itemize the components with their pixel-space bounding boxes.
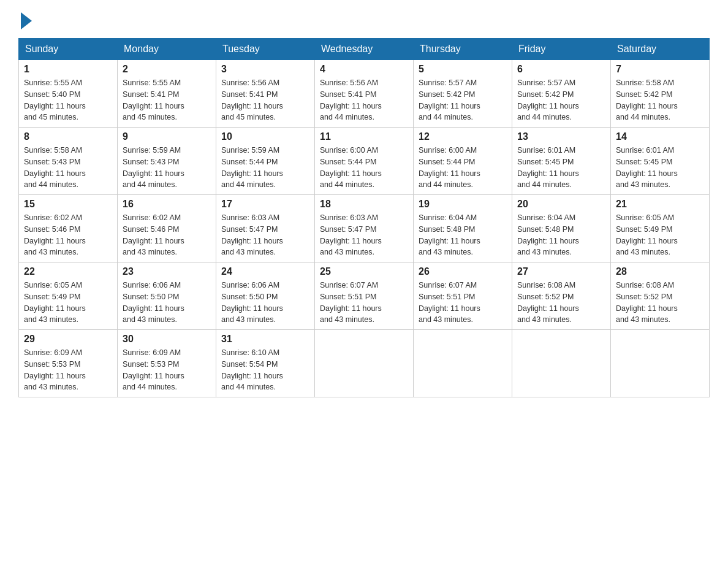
day-info: Sunrise: 6:05 AM Sunset: 5:49 PM Dayligh…: [24, 280, 112, 326]
day-cell: 19 Sunrise: 6:04 AM Sunset: 5:48 PM Dayl…: [414, 195, 512, 262]
day-cell: 24 Sunrise: 6:06 AM Sunset: 5:50 PM Dayl…: [216, 262, 315, 330]
day-cell: 21 Sunrise: 6:05 AM Sunset: 5:49 PM Dayl…: [611, 195, 710, 262]
day-info: Sunrise: 6:09 AM Sunset: 5:53 PM Dayligh…: [123, 347, 211, 393]
day-info: Sunrise: 5:58 AM Sunset: 5:42 PM Dayligh…: [616, 77, 704, 123]
day-info: Sunrise: 6:02 AM Sunset: 5:46 PM Dayligh…: [24, 212, 112, 258]
day-cell: 30 Sunrise: 6:09 AM Sunset: 5:53 PM Dayl…: [118, 330, 216, 397]
day-cell: 28 Sunrise: 6:08 AM Sunset: 5:52 PM Dayl…: [611, 262, 710, 330]
day-cell: 23 Sunrise: 6:06 AM Sunset: 5:50 PM Dayl…: [118, 262, 216, 330]
day-number: 25: [320, 266, 408, 277]
day-cell: 16 Sunrise: 6:02 AM Sunset: 5:46 PM Dayl…: [118, 195, 216, 262]
day-cell: 4 Sunrise: 5:56 AM Sunset: 5:41 PM Dayli…: [315, 60, 414, 128]
day-number: 12: [419, 131, 507, 142]
header-thursday: Thursday: [414, 39, 512, 60]
day-info: Sunrise: 5:59 AM Sunset: 5:43 PM Dayligh…: [123, 145, 211, 191]
day-info: Sunrise: 6:04 AM Sunset: 5:48 PM Dayligh…: [419, 212, 507, 258]
day-info: Sunrise: 6:03 AM Sunset: 5:47 PM Dayligh…: [221, 212, 309, 258]
day-number: 9: [123, 131, 211, 142]
day-number: 30: [123, 334, 211, 345]
day-info: Sunrise: 6:07 AM Sunset: 5:51 PM Dayligh…: [419, 280, 507, 326]
day-number: 6: [517, 64, 605, 75]
day-cell: 6 Sunrise: 5:57 AM Sunset: 5:42 PM Dayli…: [512, 60, 611, 128]
day-number: 7: [616, 64, 704, 75]
day-number: 2: [123, 64, 211, 75]
day-cell: 27 Sunrise: 6:08 AM Sunset: 5:52 PM Dayl…: [512, 262, 611, 330]
day-info: Sunrise: 5:55 AM Sunset: 5:40 PM Dayligh…: [24, 77, 112, 123]
header-saturday: Saturday: [611, 39, 710, 60]
week-row-5: 29 Sunrise: 6:09 AM Sunset: 5:53 PM Dayl…: [19, 330, 710, 397]
day-cell: 18 Sunrise: 6:03 AM Sunset: 5:47 PM Dayl…: [315, 195, 414, 262]
calendar-header-row: SundayMondayTuesdayWednesdayThursdayFrid…: [19, 39, 710, 60]
day-number: 31: [221, 334, 309, 345]
page-header: [18, 12, 710, 26]
day-number: 15: [24, 199, 112, 210]
day-cell: 3 Sunrise: 5:56 AM Sunset: 5:41 PM Dayli…: [216, 60, 315, 128]
day-number: 21: [616, 199, 704, 210]
day-cell: 17 Sunrise: 6:03 AM Sunset: 5:47 PM Dayl…: [216, 195, 315, 262]
day-info: Sunrise: 6:04 AM Sunset: 5:48 PM Dayligh…: [517, 212, 605, 258]
day-number: 13: [517, 131, 605, 142]
day-info: Sunrise: 5:56 AM Sunset: 5:41 PM Dayligh…: [221, 77, 309, 123]
day-cell: 25 Sunrise: 6:07 AM Sunset: 5:51 PM Dayl…: [315, 262, 414, 330]
day-number: 14: [616, 131, 704, 142]
day-number: 1: [24, 64, 112, 75]
day-info: Sunrise: 5:56 AM Sunset: 5:41 PM Dayligh…: [320, 77, 408, 123]
day-info: Sunrise: 5:57 AM Sunset: 5:42 PM Dayligh…: [419, 77, 507, 123]
day-number: 24: [221, 266, 309, 277]
day-cell: 10 Sunrise: 5:59 AM Sunset: 5:44 PM Dayl…: [216, 128, 315, 195]
day-number: 18: [320, 199, 408, 210]
day-info: Sunrise: 6:08 AM Sunset: 5:52 PM Dayligh…: [616, 280, 704, 326]
day-cell: [512, 330, 611, 397]
header-friday: Friday: [512, 39, 611, 60]
day-number: 20: [517, 199, 605, 210]
day-cell: 22 Sunrise: 6:05 AM Sunset: 5:49 PM Dayl…: [19, 262, 118, 330]
day-number: 16: [123, 199, 211, 210]
header-wednesday: Wednesday: [315, 39, 414, 60]
header-monday: Monday: [118, 39, 216, 60]
day-number: 8: [24, 131, 112, 142]
logo-arrow-icon: [21, 12, 32, 29]
day-cell: [414, 330, 512, 397]
day-cell: 20 Sunrise: 6:04 AM Sunset: 5:48 PM Dayl…: [512, 195, 611, 262]
day-info: Sunrise: 5:55 AM Sunset: 5:41 PM Dayligh…: [123, 77, 211, 123]
day-number: 28: [616, 266, 704, 277]
week-row-3: 15 Sunrise: 6:02 AM Sunset: 5:46 PM Dayl…: [19, 195, 710, 262]
logo: [18, 12, 32, 26]
day-number: 23: [123, 266, 211, 277]
day-info: Sunrise: 6:01 AM Sunset: 5:45 PM Dayligh…: [616, 145, 704, 191]
day-info: Sunrise: 6:02 AM Sunset: 5:46 PM Dayligh…: [123, 212, 211, 258]
day-info: Sunrise: 6:09 AM Sunset: 5:53 PM Dayligh…: [24, 347, 112, 393]
week-row-2: 8 Sunrise: 5:58 AM Sunset: 5:43 PM Dayli…: [19, 128, 710, 195]
day-number: 27: [517, 266, 605, 277]
day-number: 29: [24, 334, 112, 345]
day-info: Sunrise: 6:01 AM Sunset: 5:45 PM Dayligh…: [517, 145, 605, 191]
day-cell: 26 Sunrise: 6:07 AM Sunset: 5:51 PM Dayl…: [414, 262, 512, 330]
day-number: 19: [419, 199, 507, 210]
day-number: 4: [320, 64, 408, 75]
day-number: 26: [419, 266, 507, 277]
day-cell: 9 Sunrise: 5:59 AM Sunset: 5:43 PM Dayli…: [118, 128, 216, 195]
header-sunday: Sunday: [19, 39, 118, 60]
day-number: 11: [320, 131, 408, 142]
day-cell: [611, 330, 710, 397]
day-number: 22: [24, 266, 112, 277]
day-cell: 1 Sunrise: 5:55 AM Sunset: 5:40 PM Dayli…: [19, 60, 118, 128]
day-info: Sunrise: 5:58 AM Sunset: 5:43 PM Dayligh…: [24, 145, 112, 191]
day-cell: 12 Sunrise: 6:00 AM Sunset: 5:44 PM Dayl…: [414, 128, 512, 195]
day-cell: 2 Sunrise: 5:55 AM Sunset: 5:41 PM Dayli…: [118, 60, 216, 128]
week-row-1: 1 Sunrise: 5:55 AM Sunset: 5:40 PM Dayli…: [19, 60, 710, 128]
header-tuesday: Tuesday: [216, 39, 315, 60]
day-info: Sunrise: 6:10 AM Sunset: 5:54 PM Dayligh…: [221, 347, 309, 393]
day-cell: 29 Sunrise: 6:09 AM Sunset: 5:53 PM Dayl…: [19, 330, 118, 397]
day-info: Sunrise: 6:00 AM Sunset: 5:44 PM Dayligh…: [320, 145, 408, 191]
day-info: Sunrise: 6:06 AM Sunset: 5:50 PM Dayligh…: [221, 280, 309, 326]
day-info: Sunrise: 6:06 AM Sunset: 5:50 PM Dayligh…: [123, 280, 211, 326]
day-cell: 31 Sunrise: 6:10 AM Sunset: 5:54 PM Dayl…: [216, 330, 315, 397]
calendar-table: SundayMondayTuesdayWednesdayThursdayFrid…: [18, 38, 710, 397]
day-cell: [315, 330, 414, 397]
day-number: 10: [221, 131, 309, 142]
day-number: 5: [419, 64, 507, 75]
day-info: Sunrise: 5:59 AM Sunset: 5:44 PM Dayligh…: [221, 145, 309, 191]
day-cell: 5 Sunrise: 5:57 AM Sunset: 5:42 PM Dayli…: [414, 60, 512, 128]
day-cell: 14 Sunrise: 6:01 AM Sunset: 5:45 PM Dayl…: [611, 128, 710, 195]
